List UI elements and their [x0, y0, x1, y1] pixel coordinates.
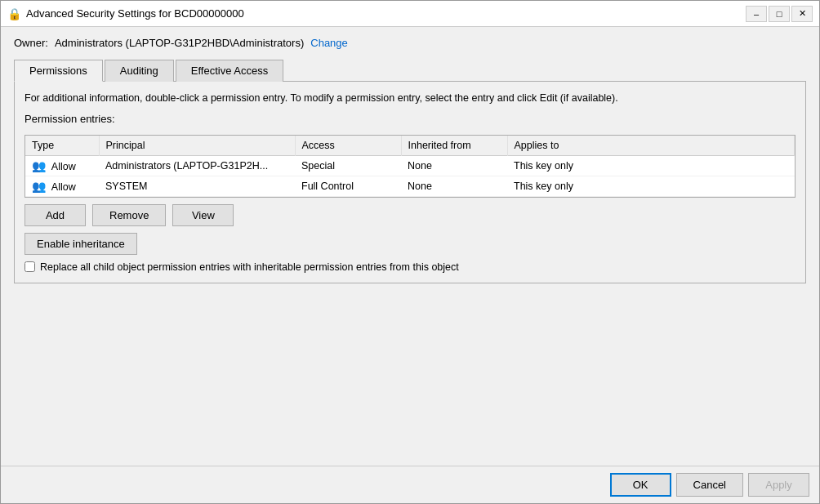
- cancel-button[interactable]: Cancel: [676, 473, 743, 497]
- close-button[interactable]: ✕: [791, 6, 813, 22]
- row2-applies: This key only: [507, 176, 795, 196]
- main-content: Owner: Administrators (LAPTOP-G31P2HBD\A…: [1, 27, 819, 466]
- tab-auditing[interactable]: Auditing: [105, 60, 174, 82]
- title-controls: – □ ✕: [746, 6, 813, 22]
- row1-access: Special: [295, 155, 401, 176]
- view-button[interactable]: View: [172, 204, 234, 226]
- row2-inherited: None: [401, 176, 507, 196]
- enable-inheritance-row: Enable inheritance: [25, 233, 795, 255]
- col-header-principal: Principal: [99, 136, 295, 156]
- window-icon: 🔒: [7, 7, 21, 20]
- user-icon: 👥: [32, 159, 46, 172]
- col-header-applies: Applies to: [507, 136, 795, 156]
- row1-principal: Administrators (LAPTOP-G31P2H...: [99, 155, 295, 176]
- minimize-button[interactable]: –: [746, 6, 767, 22]
- owner-value: Administrators (LAPTOP-G31P2HBD\Administ…: [55, 37, 304, 49]
- apply-button[interactable]: Apply: [748, 473, 809, 497]
- table-row[interactable]: 👥 Allow Administrators (LAPTOP-G31P2H...…: [25, 155, 795, 176]
- user-icon: 👥: [32, 180, 46, 193]
- action-buttons: Add Remove View: [25, 204, 795, 226]
- owner-change-link[interactable]: Change: [310, 37, 348, 49]
- remove-button[interactable]: Remove: [92, 204, 166, 226]
- ok-button[interactable]: OK: [610, 473, 671, 497]
- main-window: 🔒 Advanced Security Settings for BCD0000…: [0, 0, 820, 504]
- col-header-type: Type: [25, 136, 99, 156]
- col-header-inherited: Inherited from: [401, 136, 507, 156]
- row1-inherited: None: [401, 155, 507, 176]
- add-button[interactable]: Add: [25, 204, 86, 226]
- table-row[interactable]: 👥 Allow SYSTEM Full Control None This ke…: [25, 176, 795, 196]
- replace-checkbox-label: Replace all child object permission entr…: [40, 261, 459, 273]
- description-text: For additional information, double-click…: [25, 91, 795, 106]
- col-header-access: Access: [295, 136, 401, 156]
- tab-effective-access[interactable]: Effective Access: [176, 60, 283, 82]
- tabs: Permissions Auditing Effective Access: [14, 59, 806, 82]
- owner-row: Owner: Administrators (LAPTOP-G31P2HBD\A…: [14, 37, 806, 49]
- tab-content-permissions: For additional information, double-click…: [14, 82, 806, 283]
- permission-table-container[interactable]: Type Principal Access Inherited from App…: [25, 135, 795, 198]
- row2-type: 👥 Allow: [25, 176, 99, 196]
- replace-checkbox[interactable]: [25, 261, 35, 272]
- title-bar: 🔒 Advanced Security Settings for BCD0000…: [1, 1, 819, 27]
- replace-checkbox-row: Replace all child object permission entr…: [25, 261, 795, 273]
- row1-type: 👥 Allow: [25, 155, 99, 176]
- entries-label: Permission entries:: [25, 113, 795, 125]
- footer: OK Cancel Apply: [1, 466, 819, 503]
- permission-table: Type Principal Access Inherited from App…: [25, 136, 795, 197]
- tabs-container: Permissions Auditing Effective Access Fo…: [14, 59, 806, 283]
- table-header-row: Type Principal Access Inherited from App…: [25, 136, 795, 156]
- window-title: Advanced Security Settings for BCD000000…: [26, 7, 244, 20]
- row2-access: Full Control: [295, 176, 401, 196]
- owner-label: Owner:: [14, 37, 48, 49]
- enable-inheritance-button[interactable]: Enable inheritance: [25, 233, 137, 255]
- tab-permissions[interactable]: Permissions: [14, 60, 103, 82]
- row1-applies: This key only: [507, 155, 795, 176]
- maximize-button[interactable]: □: [769, 6, 790, 22]
- row2-principal: SYSTEM: [99, 176, 295, 196]
